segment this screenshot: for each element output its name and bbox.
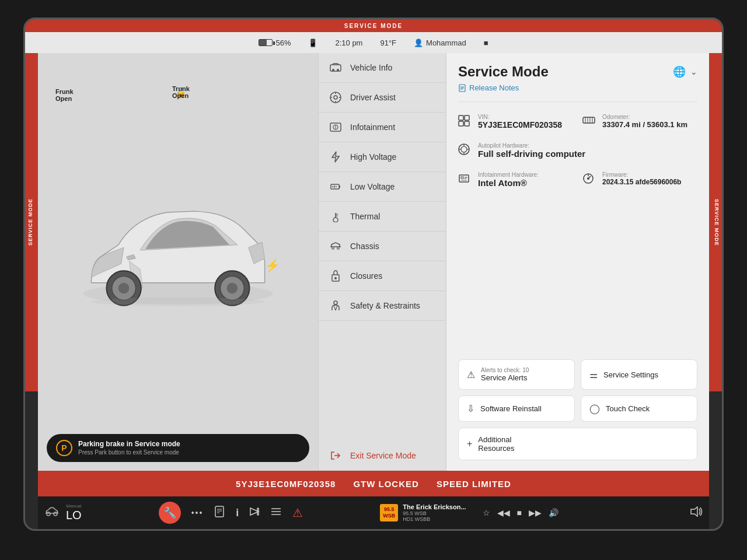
menu-label-low-voltage: Low Voltage xyxy=(350,182,395,191)
svg-rect-41 xyxy=(459,116,463,120)
menu-item-safety-restraints[interactable]: Safety & Restraints xyxy=(319,291,446,321)
service-mode-banner-top: SERVICE MODE xyxy=(25,19,722,32)
action-buttons: ⚠ Alerts to check: 10 Service Alerts ⚌ S… xyxy=(458,359,697,460)
infotainment-firmware-row: Infotainment Hardware: Intel Atom® xyxy=(458,169,697,190)
menu-label-chassis: Chassis xyxy=(350,242,379,251)
parking-p-icon: P xyxy=(56,440,72,456)
svg-marker-21 xyxy=(332,152,339,162)
release-notes-link[interactable]: Release Notes xyxy=(458,83,697,92)
media-subtitle2: HD1 WSBB xyxy=(403,516,466,522)
service-settings-btn[interactable]: ⚌ Service Settings xyxy=(581,359,697,390)
vin-odometer-row: VIN: 5YJ3E1EC0MF020358 xyxy=(458,111,697,132)
infotainment-hw-icon xyxy=(458,173,471,187)
menu-item-low-voltage[interactable]: Low Voltage xyxy=(319,172,446,202)
exit-icon xyxy=(329,449,342,462)
user-display: 👤 Mohammad xyxy=(414,38,466,47)
svg-point-51 xyxy=(461,146,467,152)
svg-rect-23 xyxy=(339,186,340,188)
svg-point-10 xyxy=(332,69,334,71)
svg-rect-57 xyxy=(461,177,463,178)
autopilot-content: Autopilot Hardware: Full self-driving co… xyxy=(478,142,585,159)
dots-menu-icon[interactable]: ••• xyxy=(191,508,204,517)
menu-label-closures: Closures xyxy=(350,271,382,281)
menu-item-high-voltage[interactable]: High Voltage xyxy=(319,142,446,172)
battery-indicator: 56% xyxy=(259,38,291,47)
menu-label-safety: Safety & Restraints xyxy=(350,301,420,310)
menu-item-driver-assist[interactable]: Driver Assist xyxy=(319,83,446,113)
wrench-symbol: 🔧 xyxy=(163,506,176,519)
bottom-status-bar: 5YJ3E1EC0MF020358 GTW LOCKED SPEED LIMIT… xyxy=(38,471,709,496)
svg-point-33 xyxy=(334,301,337,304)
software-reinstall-btn[interactable]: ⇩ Software Reinstall xyxy=(458,396,575,422)
odometer-icon xyxy=(582,115,595,127)
high-voltage-icon xyxy=(329,150,342,163)
menu-item-closures[interactable]: Closures xyxy=(319,261,446,291)
parking-subtitle: Press Park button to exit Service mode xyxy=(78,449,180,456)
safety-icon xyxy=(329,299,342,312)
side-label-right: SERVICE MODE xyxy=(709,53,722,391)
firmware-content: Firmware: 2024.3.15 afde5696006b xyxy=(602,172,681,186)
svg-rect-67 xyxy=(215,506,224,517)
menu-item-infotainment[interactable]: Infotainment xyxy=(319,113,446,142)
odometer-block: Odometer: 33307.4 mi / 53603.1 km xyxy=(582,111,697,131)
next-btn[interactable]: ▶▶ xyxy=(529,508,542,517)
car-svg: ⚡ xyxy=(67,174,289,326)
side-label-left: SERVICE MODE xyxy=(25,53,38,391)
prev-btn[interactable]: ◀◀ xyxy=(497,508,510,517)
status-bar: 56% 📱 2:10 pm 91°F 👤 Mohammad ■ xyxy=(25,32,722,53)
vin-status: 5YJ3E1EC0MF020358 xyxy=(236,479,336,489)
touch-check-label: Touch Check xyxy=(606,404,650,413)
wrench-icon-btn[interactable]: 🔧 xyxy=(159,502,181,524)
service-alerts-btn[interactable]: ⚠ Alerts to check: 10 Service Alerts xyxy=(458,359,575,390)
service-mode-banner-text: SERVICE MODE xyxy=(344,23,403,29)
alert-taskbar-icon[interactable]: ⚠ xyxy=(292,506,303,520)
media-subtitle1: 95.5 WSB xyxy=(403,510,466,516)
menu-label-vehicle-info: Vehicle Info xyxy=(350,63,392,72)
odometer-content: Odometer: 33307.4 mi / 53603.1 km xyxy=(602,114,687,129)
manual-label: Manual xyxy=(66,503,81,509)
svg-point-8 xyxy=(91,298,264,306)
additional-resources-btn[interactable]: + AdditionalResources xyxy=(458,428,697,460)
menu-item-chassis[interactable]: Chassis xyxy=(319,232,446,261)
play-icon[interactable] xyxy=(249,507,260,519)
vehicle-info-icon xyxy=(329,61,342,74)
document-taskbar-icon[interactable] xyxy=(214,505,225,521)
translate-icon[interactable]: 🌐 xyxy=(673,65,686,78)
info-taskbar-icon[interactable]: i xyxy=(236,507,239,519)
autopilot-value: Full self-driving computer xyxy=(478,149,585,159)
alert-icon: ⚠ xyxy=(467,369,475,380)
menu-label-thermal: Thermal xyxy=(350,212,380,221)
infotainment-hw-content: Infotainment Hardware: Intel Atom® xyxy=(478,172,539,188)
svg-rect-44 xyxy=(465,121,469,126)
svg-text:⚡: ⚡ xyxy=(265,258,280,273)
menu-item-vehicle-info[interactable]: Vehicle Info xyxy=(319,53,446,83)
settings-icon-btn: ⚌ xyxy=(589,369,598,380)
infotainment-hardware-block: Infotainment Hardware: Intel Atom® xyxy=(458,169,573,190)
left-panel: Frunk Open 🔓 Trunk Open xyxy=(38,53,318,471)
taskbar: Manual LO 🔧 ••• i xyxy=(38,496,709,529)
stop-btn[interactable]: ■ xyxy=(517,508,522,517)
sim-icon: 📱 xyxy=(308,38,317,47)
svg-point-32 xyxy=(334,277,337,279)
infotainment-hw-label: Infotainment Hardware: xyxy=(478,172,539,178)
media-title: The Erick Erickson... xyxy=(403,503,466,510)
menu-item-exit[interactable]: Exit Service Mode xyxy=(319,441,446,471)
lines-icon[interactable] xyxy=(270,507,282,519)
touch-check-btn[interactable]: ◯ Touch Check xyxy=(581,396,697,422)
taskbar-car-icon[interactable] xyxy=(44,505,60,520)
speed-status: SPEED LIMITED xyxy=(437,479,511,489)
expand-icon[interactable]: ⌄ xyxy=(690,67,697,76)
right-panel: Service Mode 🌐 ⌄ Release Notes xyxy=(446,53,709,471)
star-btn[interactable]: ☆ xyxy=(483,508,490,517)
audio-btn[interactable]: 🔊 xyxy=(549,508,558,517)
parking-title: Parking brake in Service mode xyxy=(78,440,180,448)
svg-point-27 xyxy=(333,218,338,222)
release-notes-text: Release Notes xyxy=(469,83,519,92)
autopilot-label: Autopilot Hardware: xyxy=(478,142,585,149)
main-content: Frunk Open 🔓 Trunk Open xyxy=(38,53,709,471)
svg-marker-79 xyxy=(691,507,697,516)
menu-item-thermal[interactable]: Thermal xyxy=(319,202,446,232)
vin-content: VIN: 5YJ3E1EC0MF020358 xyxy=(478,114,562,130)
volume-icon[interactable] xyxy=(690,506,703,520)
media-section: 95.5 WSB The Erick Erickson... 95.5 WSB … xyxy=(380,503,679,522)
